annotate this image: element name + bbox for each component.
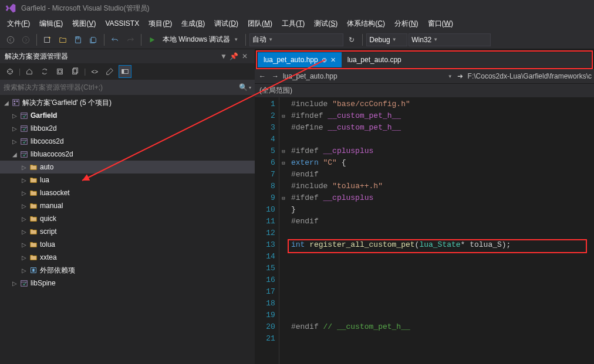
config-dropdown[interactable]: Debug▼ xyxy=(366,33,407,46)
preview-icon[interactable] xyxy=(119,65,131,78)
menu-item[interactable]: 工具(T) xyxy=(277,17,309,30)
se-toolbar: | | <> xyxy=(0,63,255,80)
debug-target[interactable]: 本地 Windows 调试器 xyxy=(160,35,232,45)
menu-item[interactable]: 视图(V) xyxy=(68,17,100,30)
menu-item[interactable]: 分析(N) xyxy=(390,17,423,30)
svg-point-0 xyxy=(7,36,14,43)
tree-item[interactable]: ▷auto xyxy=(0,161,255,174)
open-file-icon[interactable] xyxy=(56,33,70,47)
tree-item[interactable]: ◢libluacocos2d xyxy=(0,148,255,161)
save-icon[interactable] xyxy=(71,33,85,47)
tree-item[interactable]: ▷lua xyxy=(0,174,255,186)
tree-item[interactable]: ▷tolua xyxy=(0,238,255,251)
tabs-highlight: lua_pet_auto.hpp⊕✕lua_pet_auto.cpp xyxy=(256,50,593,69)
code-line[interactable]: #define __custom_pet_h__ xyxy=(291,122,594,134)
refresh-icon[interactable]: ↻ xyxy=(345,33,359,47)
code-line[interactable] xyxy=(291,333,594,345)
folder-icon xyxy=(28,226,39,237)
home-icon[interactable] xyxy=(4,65,16,78)
code-icon[interactable]: <> xyxy=(88,65,101,78)
close-icon[interactable]: ✕ xyxy=(330,56,336,64)
tree-item[interactable]: ▷外部依赖项 xyxy=(0,264,255,277)
tree-item[interactable]: ▷quick xyxy=(0,212,255,225)
panel-dropdown-icon[interactable]: ▼ xyxy=(218,51,229,62)
nav-goto-icon[interactable]: ➜ xyxy=(455,71,465,81)
menu-item[interactable]: 团队(M) xyxy=(243,17,277,30)
search-input[interactable] xyxy=(4,83,238,91)
code-line[interactable] xyxy=(291,251,594,263)
code-line[interactable] xyxy=(291,298,594,309)
collapse-icon[interactable] xyxy=(53,65,66,78)
sync-icon[interactable] xyxy=(38,65,51,78)
nav-path[interactable]: F:\Cocos2dx-Lua\Garfield\frameworks\c xyxy=(468,72,592,80)
solution-root[interactable]: ◢ 解决方案'Garfield' (5 个项目) xyxy=(0,96,255,109)
nav-right-icon[interactable]: → xyxy=(270,71,281,81)
show-all-icon[interactable] xyxy=(69,65,82,78)
redo-icon[interactable] xyxy=(123,33,137,47)
toolbar: 本地 Windows 调试器 ▼ 自动▼ ↻ Debug▼ Win32▼ xyxy=(0,30,594,49)
tree-item[interactable]: ▷script xyxy=(0,225,255,238)
tree-item[interactable]: ▷libSpine xyxy=(0,277,255,290)
code-line[interactable]: #endif // __custom_pet_h__ xyxy=(291,321,594,333)
menu-item[interactable]: 生成(B) xyxy=(177,17,210,30)
code-line[interactable] xyxy=(291,227,594,239)
search-icon[interactable]: 🔍 xyxy=(238,83,249,91)
pin-icon[interactable]: ⊕ xyxy=(322,56,327,64)
code-line[interactable]: extern "C" { xyxy=(291,157,594,169)
code-line[interactable] xyxy=(291,274,594,286)
tree-item[interactable]: ▷xxtea xyxy=(0,251,255,264)
fold-column[interactable]: ⊟⊟⊟⊟ xyxy=(279,97,288,364)
new-project-icon[interactable] xyxy=(41,33,55,47)
solution-config-dropdown[interactable]: 自动▼ xyxy=(249,33,343,46)
code-editor[interactable]: 123456789101112131415161718192021 ⊟⊟⊟⊟ #… xyxy=(255,97,594,364)
code-line[interactable]: #ifdef __cplusplus xyxy=(291,145,594,157)
code-line[interactable] xyxy=(291,309,594,321)
code-source[interactable]: #include "base/ccConfig.h"#ifndef __cust… xyxy=(288,97,594,364)
code-line[interactable]: } xyxy=(291,204,594,216)
menu-item[interactable]: 编辑(E) xyxy=(35,17,68,30)
nav-file[interactable]: lua_pet_auto.hpp xyxy=(283,72,338,80)
close-icon[interactable]: ✕ xyxy=(239,51,250,62)
nav-back-icon[interactable] xyxy=(4,33,18,47)
code-line[interactable] xyxy=(291,134,594,145)
editor-tab[interactable]: lua_pet_auto.cpp xyxy=(342,52,407,67)
tab-bar: lua_pet_auto.hpp⊕✕lua_pet_auto.cpp xyxy=(258,52,591,67)
scope-bar[interactable]: (全局范围) xyxy=(255,83,594,97)
code-line[interactable]: #endif xyxy=(291,169,594,181)
save-all-icon[interactable] xyxy=(86,33,100,47)
nav-fwd-icon[interactable] xyxy=(19,33,33,47)
solution-icon xyxy=(11,97,21,108)
code-line[interactable] xyxy=(291,286,594,298)
tree-item[interactable]: ▷manual xyxy=(0,199,255,212)
platform-dropdown[interactable]: Win32▼ xyxy=(409,33,491,46)
code-line[interactable]: #endif xyxy=(291,216,594,227)
tree-item[interactable]: ▷Garfield xyxy=(0,109,255,122)
code-line[interactable]: #include "tolua++.h" xyxy=(291,181,594,192)
properties-icon[interactable] xyxy=(103,65,116,78)
menu-item[interactable]: 文件(F) xyxy=(2,17,35,30)
menu-item[interactable]: 测试(S) xyxy=(309,17,342,30)
tree-item[interactable]: ▷libcocos2d xyxy=(0,135,255,148)
pin-icon[interactable]: 📌 xyxy=(229,51,239,62)
code-line[interactable]: #include "base/ccConfig.h" xyxy=(291,98,594,110)
code-line[interactable]: #ifndef __custom_pet_h__ xyxy=(291,110,594,122)
undo-icon[interactable] xyxy=(108,33,122,47)
menu-item[interactable]: 体系结构(C) xyxy=(342,17,390,30)
editor-tab[interactable]: lua_pet_auto.hpp⊕✕ xyxy=(258,52,342,67)
menu-item[interactable]: VASSISTX xyxy=(100,18,144,29)
menu-item[interactable]: 项目(P) xyxy=(144,17,177,30)
panel-title: 解决方案资源管理器 xyxy=(5,52,68,62)
tree-item[interactable]: ▷libbox2d xyxy=(0,122,255,135)
code-line[interactable]: int register_all_custom_pet(lua_State* t… xyxy=(291,239,594,251)
code-line[interactable] xyxy=(291,263,594,274)
nav-left-icon[interactable]: ← xyxy=(257,71,268,81)
home2-icon[interactable] xyxy=(23,65,36,78)
dropdown-arrow-icon[interactable]: ▼ xyxy=(234,37,242,42)
search-dropdown-icon[interactable]: ▾ xyxy=(249,85,251,90)
svg-point-1 xyxy=(22,36,29,43)
menu-item[interactable]: 窗口(W) xyxy=(423,17,458,30)
menu-item[interactable]: 调试(D) xyxy=(210,17,243,30)
start-debug-button[interactable] xyxy=(145,33,159,47)
code-line[interactable]: #ifdef __cplusplus xyxy=(291,192,594,204)
tree-item[interactable]: ▷luasocket xyxy=(0,186,255,199)
